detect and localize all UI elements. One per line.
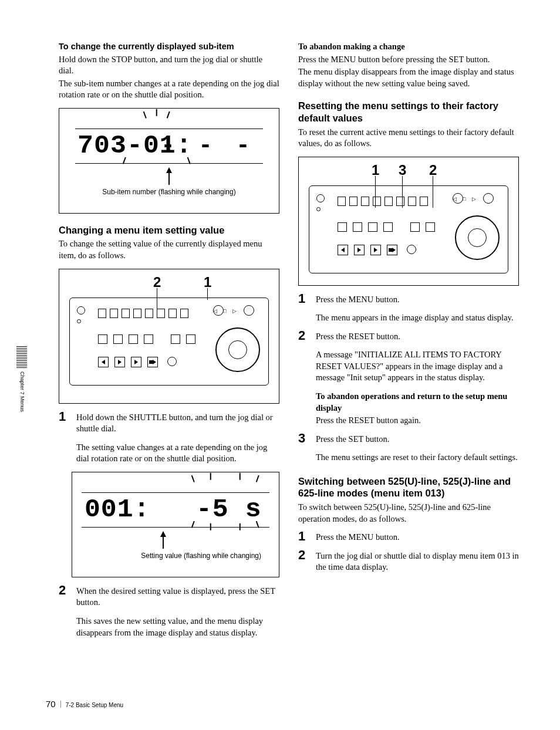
text: The menu display disappears from the ima… xyxy=(298,66,519,89)
figure-value-lcd: 001: -5 s Setting value (flashing while … xyxy=(72,472,279,577)
step-text: Press the MENU button. xyxy=(316,294,519,306)
figure-control-panel-1: 2 1 ◁ □ ▷ xyxy=(59,269,279,404)
text: To switch between 525(U)-line, 525(J)-li… xyxy=(298,502,519,525)
text: To reset the current active menu setting… xyxy=(298,127,519,150)
heading-reset: Resetting the menu settings to their fac… xyxy=(298,100,519,124)
control-panel-illustration: ◁ □ ▷ xyxy=(69,298,269,386)
right-column: To abandon making a change Press the MEN… xyxy=(298,41,519,645)
step-text: Turn the jog dial or shuttle dial to dis… xyxy=(316,550,519,573)
text: The sub-item number changes at a rate de… xyxy=(59,78,279,101)
sub-heading: To abandon operations and return to the … xyxy=(316,391,519,414)
heading-switch-modes: Switching between 525(U)-line, 525(J)-li… xyxy=(298,475,519,499)
figure-caption: Setting value (flashing while changing) xyxy=(78,551,273,560)
text: To change the setting value of the curre… xyxy=(59,238,279,261)
left-column: To change the currently displayed sub-it… xyxy=(59,41,279,645)
chapter-label: Chapter 7 Menus xyxy=(19,371,26,412)
figure-caption: Sub-item number (flashing while changing… xyxy=(65,187,273,197)
side-tab: Chapter 7 Menus xyxy=(16,346,40,446)
lcd-value: -5 s xyxy=(196,492,262,527)
step-number: 2 xyxy=(59,584,70,597)
heading-change-subitem: To change the currently displayed sub-it… xyxy=(59,41,279,53)
step-subtext: A message "INITIALIZE ALL ITEMS TO FACTO… xyxy=(316,349,519,384)
step-number: 2 xyxy=(298,549,310,562)
step-number: 1 xyxy=(298,292,310,305)
step-number: 2 xyxy=(298,329,310,342)
heading-abandon: To abandon making a change xyxy=(298,41,519,53)
step-text: Hold down the SHUTTLE button, and turn t… xyxy=(76,412,279,435)
figure-subitem-lcd: 703-01: - - - Sub-item number (flashing … xyxy=(59,108,279,214)
heading-change-value: Changing a menu item setting value xyxy=(59,224,279,236)
control-panel-illustration: ◁ □ ▷ xyxy=(309,185,508,273)
step-subtext: The setting value changes at a rate depe… xyxy=(76,442,279,465)
lcd-dashes: - - - xyxy=(161,130,255,162)
page-number: 70 xyxy=(46,698,56,710)
step-number: 3 xyxy=(298,432,310,445)
step-subtext: This saves the new setting value, and th… xyxy=(76,616,279,638)
lcd-readout: 001: xyxy=(85,492,150,527)
step-subtext: The menu settings are reset to their fac… xyxy=(316,452,519,464)
step-text: Press the SET button. xyxy=(316,434,519,445)
text: Press the RESET button again. xyxy=(316,415,519,427)
section-label: 7-2 Basic Setup Menu xyxy=(66,701,123,709)
text: Press the MENU button before pressing th… xyxy=(298,54,519,66)
step-text: Press the MENU button. xyxy=(316,532,519,543)
step-subtext: The menu appears in the image display an… xyxy=(316,312,519,324)
figure-control-panel-2: 1 3 2 ◁ □ ▷ xyxy=(298,157,519,286)
step-text: When the desired setting value is displa… xyxy=(76,586,279,609)
text: Hold down the STOP button, and turn the … xyxy=(59,54,279,77)
step-number: 1 xyxy=(59,410,70,423)
step-number: 1 xyxy=(298,530,310,543)
step-text: Press the RESET button. xyxy=(316,331,519,343)
page-footer: 70 7-2 Basic Setup Menu xyxy=(46,698,123,710)
